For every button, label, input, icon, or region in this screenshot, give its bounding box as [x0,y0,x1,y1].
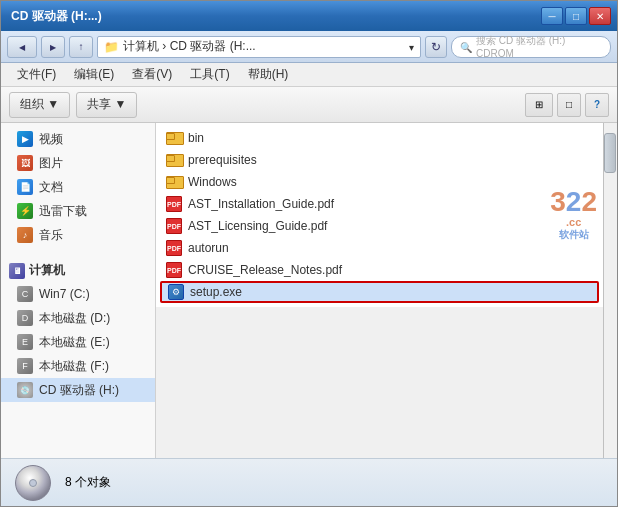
toolbar-right: ⊞ □ ? [525,93,609,117]
sidebar: ▶ 视频 🖼 图片 📄 文档 ⚡ 迅雷下载 ♪ 音乐 🖥 [1,123,156,458]
pdf-icon-cruise: PDF [166,262,182,278]
drive-h-label: CD 驱动器 (H:) [39,382,119,399]
file-item-ast-install[interactable]: PDF AST_Installation_Guide.pdf [160,193,599,215]
statusbar: 8 个对象 [1,458,617,506]
sidebar-item-h[interactable]: 💿 CD 驱动器 (H:) [1,378,155,402]
menu-tools[interactable]: 工具(T) [182,64,237,85]
file-item-cruise[interactable]: PDF CRUISE_Release_Notes.pdf [160,259,599,281]
drive-c-icon: C [17,286,33,302]
video-icon: ▶ [17,131,33,147]
refresh-icon [431,40,441,54]
folder-icon-prerequisites [166,152,182,168]
file-list-scrollbar[interactable] [603,123,617,458]
sidebar-item-c[interactable]: C Win7 (C:) [1,282,155,306]
main-window: CD 驱动器 (H:...) ─ □ ✕ ↑ 📁 计算机 › CD 驱动器 (H… [0,0,618,507]
drive-c-label: Win7 (C:) [39,287,90,301]
filename-cruise: CRUISE_Release_Notes.pdf [188,263,342,277]
window-controls: ─ □ ✕ [541,7,611,25]
main-content: ▶ 视频 🖼 图片 📄 文档 ⚡ 迅雷下载 ♪ 音乐 🖥 [1,123,617,458]
view-list-button[interactable]: □ [557,93,581,117]
share-button[interactable]: 共享 ▼ [76,92,137,118]
sidebar-item-music[interactable]: ♪ 音乐 [1,223,155,247]
back-button[interactable] [7,36,37,58]
filename-windows: Windows [188,175,237,189]
file-item-bin[interactable]: bin [160,127,599,149]
search-icon [460,41,472,53]
file-item-prerequisites[interactable]: prerequisites [160,149,599,171]
scrollbar-thumb[interactable] [604,133,616,173]
file-item-setup[interactable]: ⚙ setup.exe [160,281,599,303]
sidebar-item-thunder[interactable]: ⚡ 迅雷下载 [1,199,155,223]
thunder-icon: ⚡ [17,203,33,219]
menu-view[interactable]: 查看(V) [124,64,180,85]
computer-label: 计算机 [29,262,65,279]
image-icon: 🖼 [17,155,33,171]
search-box[interactable]: 搜索 CD 驱动器 (H:) CDROM [451,36,611,58]
forward-arrow-icon [50,41,56,52]
drive-e-icon: E [17,334,33,350]
addressbar: ↑ 📁 计算机 › CD 驱动器 (H:... 搜索 CD 驱动器 (H:) C… [1,31,617,63]
filename-ast-install: AST_Installation_Guide.pdf [188,197,334,211]
sidebar-item-video[interactable]: ▶ 视频 [1,127,155,151]
sidebar-item-image[interactable]: 🖼 图片 [1,151,155,175]
computer-icon: 🖥 [9,263,25,279]
view-icon-button[interactable]: ⊞ [525,93,553,117]
exe-icon-setup: ⚙ [168,284,184,300]
window-title: CD 驱动器 (H:...) [11,8,102,25]
pdf-icon-ast-license: PDF [166,218,182,234]
menu-help[interactable]: 帮助(H) [240,64,297,85]
address-path[interactable]: 📁 计算机 › CD 驱动器 (H:... [97,36,421,58]
organize-button[interactable]: 组织 ▼ [9,92,70,118]
cd-hole [29,479,37,487]
file-item-windows[interactable]: Windows [160,171,599,193]
back-arrow-icon [19,41,25,52]
sidebar-label-doc: 文档 [39,179,63,196]
sidebar-item-e[interactable]: E 本地磁盘 (E:) [1,330,155,354]
sidebar-item-doc[interactable]: 📄 文档 [1,175,155,199]
drive-f-label: 本地磁盘 (F:) [39,358,109,375]
up-button[interactable]: ↑ [69,36,93,58]
drive-e-label: 本地磁盘 (E:) [39,334,110,351]
file-item-autorun[interactable]: PDF autorun [160,237,599,259]
pdf-icon-autorun: PDF [166,240,182,256]
filename-autorun: autorun [188,241,229,255]
folder-icon-windows [166,174,182,190]
refresh-button[interactable] [425,36,447,58]
computer-section-header[interactable]: 🖥 计算机 [1,259,155,282]
sidebar-label-thunder: 迅雷下载 [39,203,87,220]
file-list-wrapper: 322 .cc 软件站 bin prerequisites Windows [156,123,617,458]
file-item-ast-license[interactable]: PDF AST_Licensing_Guide.pdf [160,215,599,237]
folder-icon-bin [166,130,182,146]
drive-h-icon: 💿 [17,382,33,398]
status-count: 8 个对象 [65,474,111,491]
filename-setup: setup.exe [190,285,242,299]
filename-bin: bin [188,131,204,145]
drive-d-icon: D [17,310,33,326]
sidebar-item-f[interactable]: F 本地磁盘 (F:) [1,354,155,378]
pdf-icon-ast-install: PDF [166,196,182,212]
maximize-button[interactable]: □ [565,7,587,25]
filename-ast-license: AST_Licensing_Guide.pdf [188,219,327,233]
menu-file[interactable]: 文件(F) [9,64,64,85]
menu-edit[interactable]: 编辑(E) [66,64,122,85]
sidebar-label-music: 音乐 [39,227,63,244]
toolbar: 组织 ▼ 共享 ▼ ⊞ □ ? [1,87,617,123]
minimize-button[interactable]: ─ [541,7,563,25]
sidebar-label-image: 图片 [39,155,63,172]
address-text: 计算机 › CD 驱动器 (H:... [123,38,256,55]
menubar: 文件(F) 编辑(E) 查看(V) 工具(T) 帮助(H) [1,63,617,87]
forward-button[interactable] [41,36,65,58]
sidebar-label-video: 视频 [39,131,63,148]
search-placeholder: 搜索 CD 驱动器 (H:) CDROM [476,34,602,59]
close-button[interactable]: ✕ [589,7,611,25]
address-dropdown-icon [409,40,414,54]
titlebar: CD 驱动器 (H:...) ─ □ ✕ [1,1,617,31]
sidebar-item-d[interactable]: D 本地磁盘 (D:) [1,306,155,330]
doc-icon: 📄 [17,179,33,195]
drive-f-icon: F [17,358,33,374]
music-icon: ♪ [17,227,33,243]
filename-prerequisites: prerequisites [188,153,257,167]
help-button[interactable]: ? [585,93,609,117]
status-cd-icon-container [13,463,53,503]
address-folder-icon: 📁 [104,40,119,54]
